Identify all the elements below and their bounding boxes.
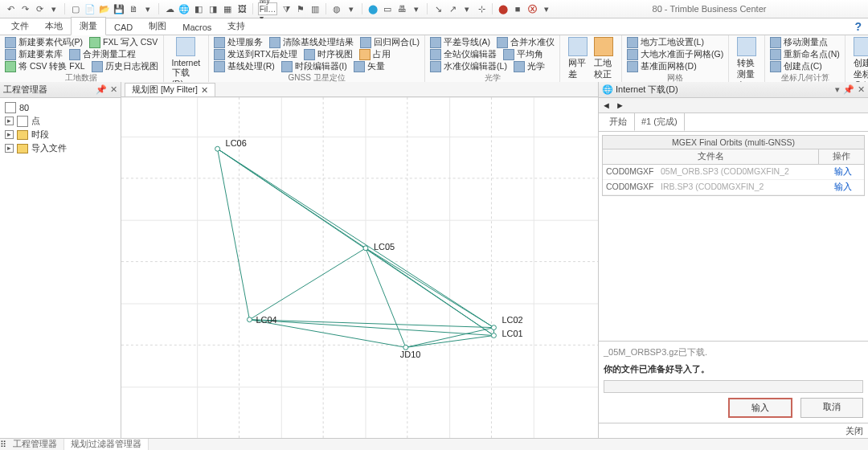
row-import-link[interactable]: 输入	[834, 182, 852, 191]
download-row[interactable]: COD0MGXF 05M_ORB.SP3 (COD0MGXFIN_2 输入	[603, 165, 864, 180]
dd3-icon[interactable]: ▾	[461, 3, 473, 14]
help-icon[interactable]: ?	[854, 20, 862, 33]
globe-icon[interactable]: 🌐	[178, 3, 190, 14]
project-tree[interactable]: 80 ▸ 点 ▸ 时段 ▸ 导入文件	[0, 98, 121, 439]
dd4-icon[interactable]: ▾	[541, 3, 552, 14]
cmd-occupy[interactable]: 占用	[359, 49, 391, 60]
cmd-adjust-traverse[interactable]: 平差导线(A)	[430, 37, 490, 48]
down-icon[interactable]: ▾	[142, 3, 154, 14]
close-link[interactable]: 关闭	[845, 425, 863, 437]
pick2-icon[interactable]: ↗	[447, 3, 458, 14]
app-title: 80 - Trimble Business Center	[555, 4, 863, 14]
cmd-csv-fxl[interactable]: 将 CSV 转换 FXL	[5, 61, 85, 72]
cmd-optics[interactable]: 光学	[514, 61, 545, 72]
download-row[interactable]: COD0MGXF IRB.SP3 (COD0MGXFIN_2 输入	[603, 180, 864, 195]
redo-icon[interactable]: ↷	[19, 3, 31, 14]
save-icon[interactable]: 💾	[113, 3, 125, 14]
dd2-icon[interactable]: ▾	[411, 3, 422, 14]
dd-icon[interactable]: ▾	[346, 3, 357, 14]
back-icon[interactable]: ◄	[602, 100, 611, 110]
saveall-icon[interactable]: 🗎	[128, 3, 139, 14]
grid-icon[interactable]: ▥	[309, 3, 321, 14]
expander-icon[interactable]: ▸	[5, 144, 14, 153]
cube1-icon[interactable]: ◧	[193, 3, 204, 14]
tab-file[interactable]: 文件	[3, 18, 37, 35]
cmd-totalstation-editor[interactable]: 全站仪编辑器	[430, 49, 497, 60]
tooltray1-icon[interactable]: ▭	[382, 3, 393, 14]
cmd-clear-baseline[interactable]: 清除基线处理结果	[269, 37, 354, 48]
cube3-icon[interactable]: ▦	[222, 3, 233, 14]
pin-icon[interactable]: 📌	[843, 84, 854, 95]
doc-tab-planview[interactable]: 规划图 [My Filter] ✕	[125, 83, 215, 96]
cmd-baseline-proc[interactable]: 基线处理(R)	[214, 61, 275, 72]
tab-support[interactable]: 支持	[219, 18, 253, 35]
tab-survey[interactable]: 测量	[71, 17, 106, 35]
pin-icon[interactable]: 📌	[96, 84, 107, 95]
open-icon[interactable]: 📂	[99, 3, 110, 14]
cmd-rename-point[interactable]: 重新命名点(N)	[770, 49, 840, 60]
funnel-icon[interactable]: ⧩	[280, 3, 292, 14]
image-icon[interactable]: 🖼	[236, 3, 248, 14]
tree-node-sessions[interactable]: ▸ 时段	[2, 128, 119, 141]
tab-macros[interactable]: Macros	[174, 20, 219, 35]
cmd-datum-grid[interactable]: 基准面网格(D)	[627, 61, 697, 72]
tree-node-points[interactable]: ▸ 点	[2, 114, 119, 128]
snap-icon[interactable]: ⊹	[476, 3, 487, 14]
cmd-create-point[interactable]: 创建点(C)	[770, 61, 822, 72]
tab-local[interactable]: 本地	[37, 18, 71, 35]
cloud-icon[interactable]: ☁	[164, 3, 175, 14]
dock-tab-done[interactable]: #1 (完成)	[634, 112, 685, 131]
undo-icon[interactable]: ↶	[5, 3, 16, 14]
cmd-timeseries[interactable]: 时序视图	[304, 49, 353, 60]
record-icon[interactable]: ⬤	[497, 3, 509, 14]
cmd-fxl-csv[interactable]: FXL 写入 CSV	[89, 37, 158, 48]
close-icon[interactable]: ✕	[858, 84, 865, 95]
cmd-proc-service[interactable]: 处理服务	[214, 37, 263, 48]
cmd-send-rtx[interactable]: 发送到RTX后处理	[214, 49, 297, 60]
cmd-return-net[interactable]: 回归网合(L)	[360, 37, 420, 48]
tree-node-root[interactable]: 80	[2, 101, 119, 114]
new-doc-icon[interactable]: 📄	[84, 3, 96, 14]
flag-icon[interactable]: ⚑	[295, 3, 306, 14]
canvas[interactable]: LC06 LC05 LC04 LC02 LC01 JD10	[121, 97, 598, 439]
tree-node-import[interactable]: ▸ 导入文件	[2, 141, 119, 155]
stop-icon[interactable]: ■	[512, 3, 523, 14]
import-button[interactable]: 输入	[728, 398, 792, 418]
row-import-link[interactable]: 输入	[834, 166, 852, 176]
cmd-local-site[interactable]: 地方工地设置(L)	[627, 37, 704, 48]
layers-icon[interactable]: ◍	[331, 3, 342, 14]
expander-icon[interactable]: ▸	[5, 130, 14, 139]
cmd-move-point[interactable]: 移动测量点	[770, 37, 828, 48]
print-icon[interactable]: 🖶	[396, 3, 407, 14]
tab-cad[interactable]: CAD	[106, 20, 141, 35]
cmd-internet-download[interactable]: Internet 下载(D)	[169, 37, 204, 88]
cmd-vector[interactable]: 矢量	[354, 61, 385, 72]
cancel-button[interactable]: 取消	[800, 398, 863, 418]
cmd-history-log[interactable]: 历史日志视图	[92, 61, 158, 72]
cmd-merge-survey[interactable]: 合并测量工程	[69, 49, 136, 60]
cube2-icon[interactable]: ◨	[207, 3, 219, 14]
status-tab-explorer[interactable]: 工程管理器	[6, 439, 64, 450]
error-icon[interactable]: ⓧ	[526, 3, 538, 14]
cmd-new-feature-code[interactable]: 新建要素代码(P)	[5, 37, 83, 48]
filter-combo[interactable]: My Fil…▾	[258, 2, 277, 15]
expander-icon[interactable]: ▸	[5, 117, 14, 125]
pick1-icon[interactable]: ↘	[432, 3, 444, 14]
close-icon[interactable]: ✕	[110, 84, 117, 95]
cmd-session-editor[interactable]: 时段编辑器(I)	[281, 61, 347, 72]
tab-close-icon[interactable]: ✕	[201, 85, 208, 95]
dock-tab-start[interactable]: 开始	[602, 112, 634, 131]
cmd-avg-angle[interactable]: 平均角	[503, 49, 543, 60]
status-tab-filter[interactable]: 规划过滤器管理器	[64, 439, 149, 450]
refresh-icon[interactable]: ⟳	[34, 3, 45, 14]
cmd-geoid-grid[interactable]: 大地水准面子网格(G)	[627, 49, 723, 60]
circle-icon[interactable]: ⬤	[367, 3, 379, 14]
dropdown-icon[interactable]: ▾	[835, 84, 840, 95]
cmd-level-editor[interactable]: 水准仪编辑器(L)	[430, 61, 507, 72]
fwd-icon[interactable]: ►	[616, 100, 624, 110]
new-icon[interactable]: ▢	[70, 3, 81, 14]
collapse-icon[interactable]: ▾	[48, 3, 59, 14]
cmd-new-feature-lib[interactable]: 新建要素库	[5, 49, 63, 60]
tab-draw[interactable]: 制图	[141, 18, 174, 35]
cmd-merge-level[interactable]: 合并水准仪	[497, 37, 555, 48]
